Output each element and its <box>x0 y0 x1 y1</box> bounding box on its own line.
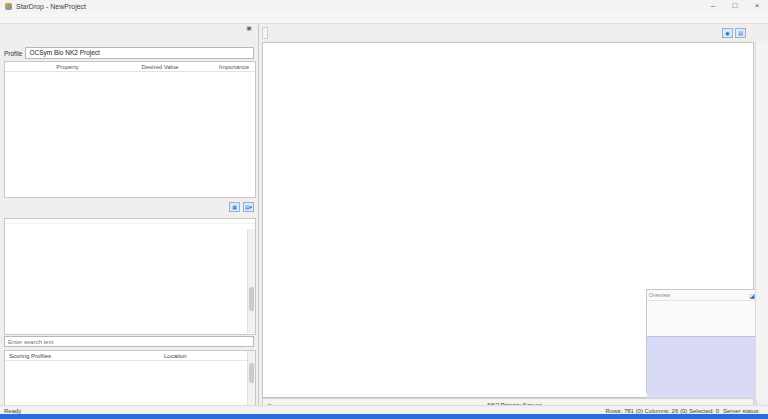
available-properties-scrollbar[interactable] <box>247 229 255 333</box>
scoring-profiles-table: Scoring Profiles Location <box>4 350 256 407</box>
stardrop-window: StarDrop - NewProject – □ × ▣ Profile OC… <box>0 0 768 419</box>
histogram-view-icon[interactable]: ▦ <box>229 202 240 212</box>
window-title: StarDrop - NewProject <box>16 3 86 10</box>
column-header-property[interactable]: Property <box>5 64 130 70</box>
card-canvas[interactable]: Overview ◪ <box>262 42 754 398</box>
layout-panel-icon[interactable]: ▤ <box>735 28 746 38</box>
overview-panel: Overview ◪ <box>646 289 758 393</box>
card-view-panel: ◉ ▤ Overview ◪ ✦ NK2 Primary Screen <box>259 24 768 405</box>
module-tabs <box>2 32 256 45</box>
column-header-desired-value[interactable]: Desired Value <box>130 64 190 70</box>
column-header-location[interactable]: Location <box>164 353 187 359</box>
scoring-panel: ▣ Profile OCSym Bio NK2 Project Property… <box>0 24 259 405</box>
profile-label: Profile <box>4 50 22 57</box>
table-view-icon[interactable]: ▤▾ <box>243 202 254 212</box>
status-ready: Ready <box>0 408 21 414</box>
minimize-button[interactable]: – <box>702 0 724 13</box>
taskbar-edge <box>0 414 768 419</box>
title-bar: StarDrop - NewProject – □ × <box>0 0 768 13</box>
side-tool-strip <box>755 42 768 400</box>
server-status-label: Server status: <box>723 408 760 414</box>
close-button[interactable]: × <box>746 0 768 13</box>
profile-name-input[interactable]: OCSym Bio NK2 Project <box>25 47 254 59</box>
app-logo-icon <box>5 3 12 10</box>
card-view-toolbar: ◉ ▤ <box>262 26 762 40</box>
profiles-scrollbar[interactable] <box>247 351 255 406</box>
scoring-rules-table: Property Desired Value Importance <box>4 61 256 198</box>
menu-bar <box>0 13 768 24</box>
overview-minimap[interactable] <box>647 336 757 405</box>
maximize-button[interactable]: □ <box>724 0 746 13</box>
pin-icon[interactable]: ▣ <box>246 24 252 31</box>
rows-columns-info: Rows: 781 (0) Columns: 26 (0) Selected: … <box>606 408 719 414</box>
column-header-importance[interactable]: Importance <box>190 64 255 70</box>
available-properties-panel <box>4 218 256 335</box>
pin-panel-icon[interactable]: ◉ <box>722 28 733 38</box>
column-header-scoring-profiles[interactable]: Scoring Profiles <box>5 353 164 359</box>
overview-title: Overview <box>649 292 670 298</box>
search-input[interactable] <box>4 336 254 347</box>
